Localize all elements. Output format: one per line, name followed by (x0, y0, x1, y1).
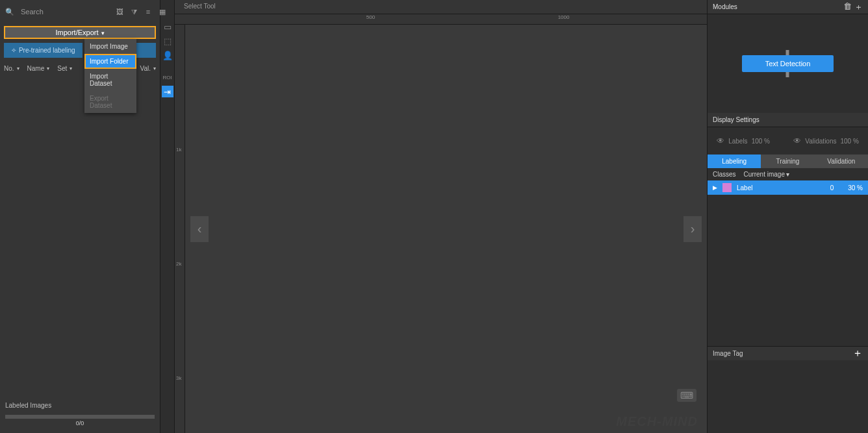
modules-header: Modules 🗑 ＋ (708, 0, 868, 14)
tab-labeling[interactable]: Labeling (708, 155, 761, 168)
images-icon[interactable]: 🖼 (114, 6, 125, 17)
column-set[interactable]: Set (53, 62, 76, 75)
display-settings-title: Display Settings (713, 116, 760, 123)
image-tag-header: Image Tag ＋ (708, 346, 868, 360)
progress-bar (5, 415, 155, 419)
pretrained-labeling-button[interactable]: ✧ Pre-trained labeling (4, 43, 83, 58)
tool-expand-icon[interactable]: ⇥ (162, 86, 173, 97)
ruler-left: 1k 2k 3k (175, 25, 185, 433)
canvas-main[interactable]: ‹ › ⌨ MECH‑MIND (185, 25, 707, 433)
dropdown-item-import-folder[interactable]: Import Folder (84, 54, 136, 69)
right-panel: Modules 🗑 ＋ Text Detection Display Setti… (707, 0, 868, 433)
progress-row: 0/0 (0, 412, 160, 433)
canvas-body: 1k 2k 3k ‹ › ⌨ MECH‑MIND (175, 25, 707, 433)
modules-body: Text Detection (708, 14, 868, 113)
tab-training[interactable]: Training (761, 155, 814, 168)
module-text-detection[interactable]: Text Detection (742, 55, 834, 72)
search-row: 🔍 🖼 ⧩ ≡ ▦ (0, 0, 160, 23)
class-count: 0 (830, 184, 834, 192)
dropdown-item-export-dataset: Export Dataset (84, 91, 136, 113)
watermark-logo: MECH‑MIND (616, 414, 698, 429)
ruler-top: 500 1000 (175, 14, 707, 25)
eye-icon: 👁 (717, 136, 724, 145)
class-item-label[interactable]: ▶ Label 0 30 % (708, 180, 868, 195)
dropdown-item-import-dataset[interactable]: Import Dataset (84, 69, 136, 91)
keyboard-icon[interactable]: ⌨ (677, 389, 696, 402)
classes-row: Classes Current image (708, 168, 868, 180)
tab-validation[interactable]: Validation (815, 155, 868, 168)
mode-tabs: Labeling Training Validation (708, 155, 868, 168)
add-tag-icon[interactable]: ＋ (852, 347, 863, 360)
module-output-node[interactable] (786, 72, 789, 77)
tool-rect-icon[interactable]: ▭ (162, 21, 173, 32)
import-export-label: Import/Export (55, 29, 104, 36)
class-name: Label (737, 184, 752, 192)
display-settings-body: 👁 Labels 100 % 👁 Validations 100 % (708, 127, 868, 155)
prev-image-button[interactable]: ‹ (190, 216, 209, 242)
trash-icon[interactable]: 🗑 (843, 1, 852, 13)
canvas-area: Select Tool 500 1000 1k 2k 3k ‹ › ⌨ MECH… (175, 0, 707, 433)
tool-roi-icon[interactable]: ROI (162, 71, 173, 83)
image-tag-body (708, 360, 868, 433)
expand-icon[interactable]: ▶ (713, 184, 717, 191)
grid-icon[interactable]: ▦ (157, 6, 168, 17)
labels-visibility[interactable]: 👁 Labels 100 % (717, 136, 770, 145)
classes-title: Classes (713, 171, 736, 178)
tool-select-icon[interactable]: ⬚ (162, 35, 173, 47)
add-module-icon[interactable]: ＋ (854, 1, 863, 13)
module-input-node[interactable] (786, 50, 789, 55)
image-tag-title: Image Tag (713, 350, 743, 357)
classes-empty-area (708, 195, 868, 346)
column-name[interactable]: Name (23, 62, 54, 75)
search-tool-icons: 🖼 ⧩ ≡ ▦ (114, 6, 168, 17)
select-tool-label: Select Tool (175, 0, 707, 14)
import-export-dropdown: Import Image Import Folder Import Datase… (84, 39, 136, 113)
import-export-button[interactable]: Import/Export (4, 26, 156, 39)
next-image-button[interactable]: › (683, 216, 702, 242)
search-icon: 🔍 (5, 8, 14, 16)
eye-icon: 👁 (793, 136, 801, 145)
left-panel: 🔍 🖼 ⧩ ≡ ▦ Import/Export Import Image Imp… (0, 0, 160, 433)
search-input[interactable] (19, 5, 112, 18)
class-color-swatch[interactable] (722, 183, 732, 192)
wand-icon: ✧ (11, 47, 16, 54)
progress-text: 0/0 (5, 420, 155, 427)
current-image-dropdown[interactable]: Current image (744, 171, 789, 178)
filter-icon[interactable]: ⧩ (129, 6, 139, 17)
list-icon[interactable]: ≡ (143, 6, 153, 17)
tool-person-icon[interactable]: 👤 (162, 49, 173, 61)
display-settings-header: Display Settings (708, 113, 868, 127)
labeled-images-title: Labeled Images (0, 399, 160, 412)
column-val[interactable]: Val. (136, 62, 160, 75)
column-no[interactable]: No. (0, 62, 23, 75)
validations-visibility[interactable]: 👁 Validations 100 % (793, 136, 859, 145)
tools-strip: ▭ ⬚ 👤 ROI ⇥ (160, 0, 175, 433)
pretrained-label: Pre-trained labeling (19, 47, 75, 54)
modules-title: Modules (713, 3, 737, 10)
left-empty-list (0, 78, 160, 399)
class-percentage: 30 % (848, 184, 863, 192)
dropdown-item-import-image[interactable]: Import Image (84, 39, 136, 54)
